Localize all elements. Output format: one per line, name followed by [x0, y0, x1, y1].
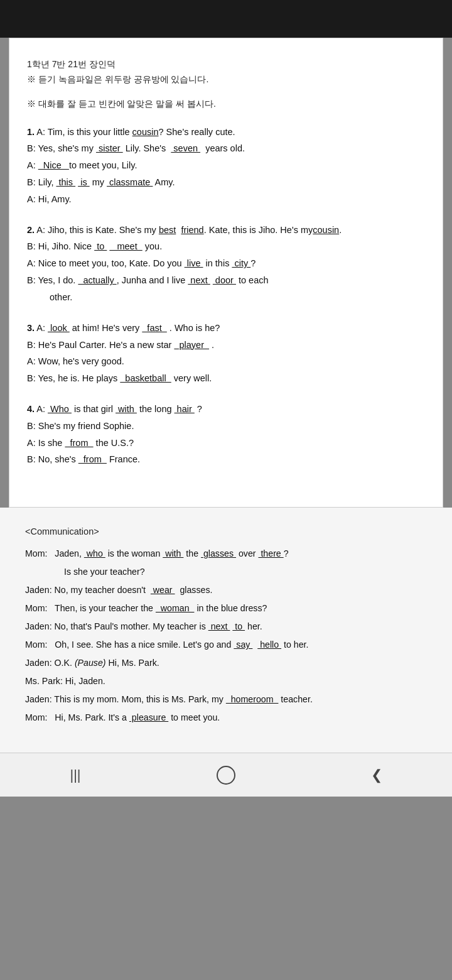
header-line2: ※ 듣기 녹음파일은 위두랑 공유방에 있습니다.: [27, 72, 425, 87]
comm-line-3: Mom: Then, is your teacher the woman in …: [25, 600, 427, 617]
dialogue-3-b1: B: He's Paul Carter. He's a new star pla…: [27, 337, 425, 354]
dialogue-3-b2: B: Yes, he is. He plays basketball very …: [27, 370, 425, 387]
dialogue-2-b1: B: Hi, Jiho. Nice to meet you.: [27, 238, 425, 255]
dialogue-1: 1. A: Tim, is this your little cousin? S…: [27, 124, 425, 208]
home-circle-icon[interactable]: [217, 766, 235, 785]
comm-block: Mom: Jaden, who is the woman with the gl…: [25, 545, 427, 726]
dialogue-3: 3. A: look at him! He's very fast . Who …: [27, 320, 425, 387]
header-info: 1학년 7반 21번 장인덕 ※ 듣기 녹음파일은 위두랑 공유방에 있습니다.: [27, 57, 425, 87]
comm-line-2: Jaden: No, my teacher doesn't wear glass…: [25, 582, 427, 599]
nav-menu-icon[interactable]: |||: [56, 763, 94, 788]
dialogue-2-a2: A: Nice to meet you, too, Kate. Do you l…: [27, 255, 425, 272]
dialogue-4: 4. A: Who is that girl with the long hai…: [27, 401, 425, 468]
dialogue-4-b1: B: She's my friend Sophie.: [27, 418, 425, 435]
page-2: <Communication> Mom: Jaden, who is the w…: [0, 508, 452, 753]
instruction: ※ 대화를 잘 듣고 빈칸에 알맞은 말을 써 봅시다.: [27, 99, 425, 110]
dialogue-2-a1: 2. A: Jiho, this is Kate. She's my best …: [27, 222, 425, 239]
header-line1: 1학년 7반 21번 장인덕: [27, 57, 425, 72]
dialogue-4-a2: A: Is she from the U.S.?: [27, 435, 425, 452]
dialogue-3-a1: 3. A: look at him! He's very fast . Who …: [27, 320, 425, 337]
dialogue-2: 2. A: Jiho, this is Kate. She's my best …: [27, 222, 425, 306]
comm-line-7: Ms. Park: Hi, Jaden.: [25, 673, 427, 690]
comm-line-1: Mom: Jaden, who is the woman with the gl…: [25, 545, 427, 562]
comm-line-1b: Is she your teacher?: [25, 564, 427, 580]
dialogue-1-a2: A: Nice to meet you, Lily.: [27, 157, 425, 174]
nav-home-icon[interactable]: [207, 763, 245, 788]
comm-line-6: Jaden: O.K. (Pause) Hi, Ms. Park.: [25, 655, 427, 672]
nav-bar: ||| ❮: [0, 753, 452, 797]
dialogue-2-b2-cont: other.: [27, 289, 425, 306]
nav-back-icon[interactable]: ❮: [358, 763, 396, 788]
dialogue-4-a1: 4. A: Who is that girl with the long hai…: [27, 401, 425, 418]
dialogue-1-b1: B: Yes, she's my sister Lily. She's seve…: [27, 140, 425, 157]
dialogue-4-b2: B: No, she's from France.: [27, 451, 425, 468]
menu-lines-icon[interactable]: |||: [70, 767, 80, 783]
comm-line-8: Jaden: This is my mom. Mom, this is Ms. …: [25, 691, 427, 708]
back-chevron-icon[interactable]: ❮: [371, 767, 382, 783]
comm-line-9: Mom: Hi, Ms. Park. It's a pleasure to me…: [25, 709, 427, 726]
dialogue-3-a2: A: Wow, he's very good.: [27, 353, 425, 370]
dialogue-1-a3: A: Hi, Amy.: [27, 191, 425, 208]
comm-line-5: Mom: Oh, I see. She has a nice smile. Le…: [25, 636, 427, 653]
page-1: 1학년 7반 21번 장인덕 ※ 듣기 녹음파일은 위두랑 공유방에 있습니다.…: [9, 38, 443, 508]
dialogue-2-b2: B: Yes, I do. actually , Junha and I liv…: [27, 272, 425, 289]
comm-title: <Communication>: [25, 526, 427, 536]
top-bar: [0, 0, 452, 38]
dialogue-1-b2: B: Lily, this is my classmate Amy.: [27, 174, 425, 191]
comm-line-4: Jaden: No, that's Paul's mother. My teac…: [25, 618, 427, 635]
dialogue-1-label: 1. A: Tim, is this your little cousin? S…: [27, 124, 425, 141]
